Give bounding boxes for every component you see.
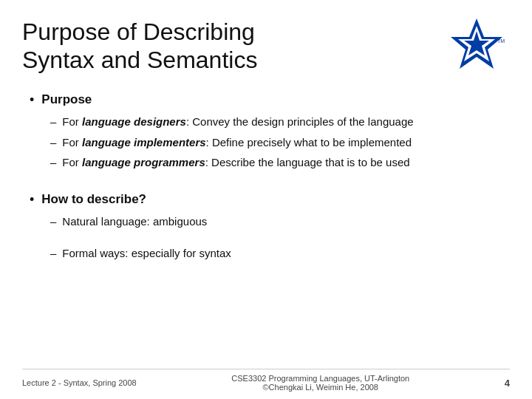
bullet-purpose-main: • Purpose: [30, 91, 502, 109]
content: • Purpose – For language designers: Conv…: [22, 91, 510, 262]
title-line1: Purpose of Describing: [22, 18, 255, 45]
subitem-natural-text: Natural language: ambiguous: [62, 214, 207, 231]
footer-center: CSE3302 Programming Languages, UT-Arling…: [231, 374, 409, 392]
footer-left: Lecture 2 - Syntax, Spring 2008: [22, 378, 137, 387]
purpose-subitems: – For language designers: Convey the des…: [50, 114, 502, 171]
subitem-designers: – For language designers: Convey the des…: [50, 114, 502, 131]
bullet-purpose: • Purpose – For language designers: Conv…: [30, 91, 502, 171]
dash-4: –: [50, 214, 56, 231]
slide-title: Purpose of Describing Syntax and Semanti…: [22, 18, 436, 75]
footer: Lecture 2 - Syntax, Spring 2008 CSE3302 …: [22, 374, 510, 392]
dash-3: –: [50, 154, 56, 171]
subitem-programmers-text: For language programmers: Describe the l…: [62, 154, 409, 171]
bullet-howto-label: How to describe?: [41, 191, 146, 208]
subitem-formal-text: Formal ways: especially for syntax: [62, 245, 231, 262]
howto-subitems: – Natural language: ambiguous – Formal w…: [50, 214, 502, 262]
title-line2: Syntax and Semantics: [22, 47, 257, 73]
subitem-formal: – Formal ways: especially for syntax: [50, 245, 502, 262]
footer-center-line2: ©Chengkai Li, Weimin He, 2008: [231, 383, 409, 392]
bullet-howto: • How to describe? – Natural language: a…: [30, 191, 502, 262]
logo-block: TM: [443, 15, 510, 78]
spacer-2: [50, 233, 502, 245]
bullet-dot-2: •: [30, 191, 34, 209]
uta-logo-icon: TM: [447, 15, 506, 78]
bullet-dot-1: •: [30, 91, 34, 109]
footer-divider: [22, 369, 510, 369]
dash-5: –: [50, 245, 56, 262]
bullet-howto-main: • How to describe?: [30, 191, 502, 209]
subitem-natural: – Natural language: ambiguous: [50, 214, 502, 231]
dash-2: –: [50, 134, 56, 151]
subitem-implementers: – For language implementers: Define prec…: [50, 134, 502, 151]
subitem-designers-text: For language designers: Convey the desig…: [62, 114, 413, 131]
subitem-programmers: – For language programmers: Describe the…: [50, 154, 502, 171]
subitem-implementers-text: For language implementers: Define precis…: [62, 134, 412, 151]
dash-1: –: [50, 114, 56, 131]
bullet-purpose-label: Purpose: [41, 91, 92, 109]
footer-page-number: 4: [505, 378, 510, 389]
slide: Purpose of Describing Syntax and Semanti…: [0, 0, 532, 399]
spacer-1: [30, 179, 502, 191]
title-block: Purpose of Describing Syntax and Semanti…: [22, 15, 436, 75]
svg-text:TM: TM: [497, 38, 505, 44]
footer-center-line1: CSE3302 Programming Languages, UT-Arling…: [231, 374, 409, 383]
header: Purpose of Describing Syntax and Semanti…: [22, 15, 510, 78]
